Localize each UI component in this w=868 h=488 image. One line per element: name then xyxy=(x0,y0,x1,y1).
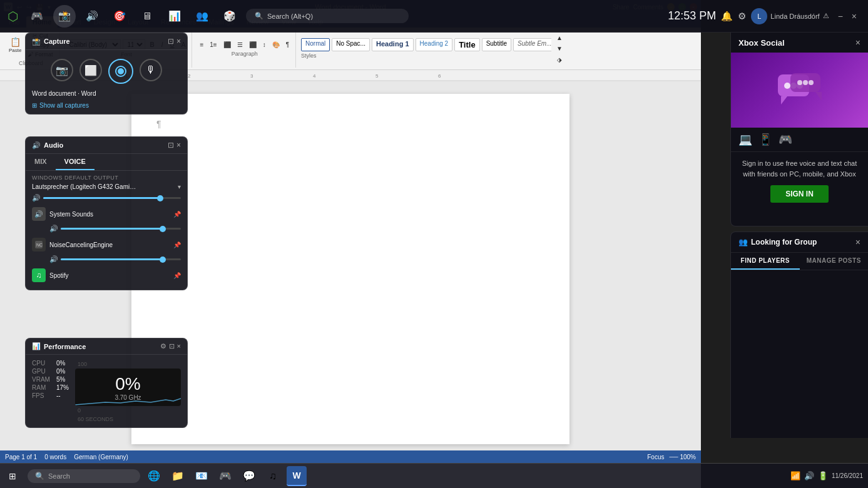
tray-battery-icon[interactable]: 🔋 xyxy=(818,471,828,480)
noise-cancel-slider[interactable] xyxy=(61,258,181,260)
taskbar-mail-icon[interactable]: 📧 xyxy=(191,466,212,486)
start-button[interactable]: ⊞ xyxy=(0,464,25,489)
lfg-header: 👥 Looking for Group × xyxy=(731,232,868,253)
sign-in-button[interactable]: SIGN IN xyxy=(770,185,829,203)
perf-settings-icon[interactable]: ⚙ xyxy=(160,342,166,350)
capture-expand-btn[interactable]: ⊡ xyxy=(168,37,174,46)
perf-close-btn[interactable]: × xyxy=(177,342,181,350)
ram-stat: RAM 17% xyxy=(32,384,69,391)
fps-value: -- xyxy=(56,392,61,399)
line-spacing-button[interactable]: ↕ xyxy=(260,40,268,49)
capture-header: 📸 Capture ⊡ × xyxy=(26,33,187,50)
numbering-button[interactable]: 1≡ xyxy=(207,40,219,49)
screenshot-button[interactable]: 📷 xyxy=(51,59,73,84)
gaming-icon[interactable]: 🎲 xyxy=(218,5,241,28)
device-volume-fill xyxy=(43,197,160,199)
vram-stat: VRAM 5% xyxy=(32,376,69,383)
record-button[interactable] xyxy=(108,59,133,84)
tab-mix[interactable]: MIX xyxy=(26,154,56,170)
tray-network-icon[interactable]: 📶 xyxy=(790,471,800,480)
mic-button[interactable]: 🎙 xyxy=(140,59,162,84)
show-all-captures-button[interactable]: ⊞ Show all captures xyxy=(32,99,181,109)
capture-source: Word document · Word xyxy=(32,88,181,99)
xbox-device-icon[interactable]: 🎮 xyxy=(779,133,792,146)
style-subtle-em[interactable]: Subtle Em... xyxy=(513,38,551,51)
paste-button[interactable]: 📋Paste xyxy=(6,36,24,54)
style-no-spacing[interactable]: No Spac... xyxy=(332,38,370,51)
tab-find-players[interactable]: FIND PLAYERS xyxy=(731,253,800,270)
capture-close-btn[interactable]: × xyxy=(176,37,181,46)
style-normal[interactable]: Normal xyxy=(301,38,330,51)
stats-icon[interactable]: 📊 xyxy=(163,5,186,28)
perf-header-btns: ⚙ ⊡ × xyxy=(160,342,181,350)
align-left-button[interactable]: ⬛ xyxy=(221,40,233,49)
tab-voice[interactable]: VOICE xyxy=(56,154,94,170)
zoom-slider[interactable]: ── 100% xyxy=(669,454,696,460)
proofing-language[interactable]: German (Germany) xyxy=(74,454,128,460)
mobile-device-icon[interactable]: 📱 xyxy=(758,133,772,146)
overlay-icon[interactable]: 🎯 xyxy=(108,5,131,28)
style-subtitle[interactable]: Subtitle xyxy=(482,38,511,51)
capture-icon[interactable]: 📸 xyxy=(53,5,76,28)
taskbar-browser-icon[interactable]: 🌐 xyxy=(144,466,164,486)
styles-scroll-down[interactable]: ▼ xyxy=(554,44,565,53)
taskbar-word-icon[interactable]: W xyxy=(287,466,307,486)
style-title[interactable]: Title xyxy=(454,38,480,51)
capture-body: 📷 ⬜ 🎙 Word document · Word ⊞ Show all ca… xyxy=(26,50,187,114)
shading-button[interactable]: 🎨 xyxy=(270,40,282,49)
cpu-value: 0% xyxy=(56,360,65,367)
screen-icon[interactable]: 🖥 xyxy=(136,5,158,28)
social-close-btn[interactable]: × xyxy=(855,38,860,48)
desktop-device-icon[interactable]: 💻 xyxy=(738,133,752,146)
xbox-icon[interactable]: 🎮 xyxy=(26,5,48,28)
audio-close-btn[interactable]: × xyxy=(176,141,181,150)
svg-text:3: 3 xyxy=(250,73,253,79)
settings-icon[interactable]: ⚙ xyxy=(738,11,746,22)
paragraph-mark: ¶ xyxy=(156,119,161,129)
perf-stats-list: CPU 0% GPU 0% VRAM 5% RAM 17% FPS -- xyxy=(32,360,69,422)
taskbar-discord-icon[interactable]: 💬 xyxy=(239,466,259,486)
tray-volume-icon[interactable]: 🔊 xyxy=(804,471,814,480)
system-sounds-pin-icon[interactable]: 📌 xyxy=(173,211,181,218)
word-statusbar: Page 1 of 1 0 words German (Germany) Foc… xyxy=(0,450,701,463)
svg-text:NC: NC xyxy=(36,243,43,247)
friends-icon[interactable]: 👥 xyxy=(191,5,213,28)
lfg-close-btn[interactable]: × xyxy=(855,237,860,247)
notification-icon[interactable]: 🔔 xyxy=(721,11,733,22)
style-heading2[interactable]: Heading 2 xyxy=(416,38,453,51)
tab-manage-posts[interactable]: MANAGE POSTS xyxy=(800,253,869,270)
focus-mode[interactable]: Focus xyxy=(647,454,664,460)
styles-label: Styles xyxy=(301,53,551,59)
styles-expand[interactable]: ⬗ xyxy=(554,55,565,64)
spotify-pin-icon[interactable]: 📌 xyxy=(173,272,181,279)
align-center-button[interactable]: ☰ xyxy=(235,40,245,49)
svg-text:2: 2 xyxy=(188,73,191,79)
audio-expand-btn[interactable]: ⊡ xyxy=(168,141,174,150)
mic-icon: 🎙 xyxy=(140,59,162,81)
styles-scroll-up[interactable]: ▲ xyxy=(554,33,565,43)
lfg-icon: 👥 xyxy=(738,238,748,247)
taskbar-spotify-icon[interactable]: ♫ xyxy=(263,466,283,486)
noise-cancel-pin-icon[interactable]: 📌 xyxy=(173,241,181,248)
xbox-user[interactable]: L Linda Dráusdórf ⚠ xyxy=(751,8,829,24)
perf-expand-btn[interactable]: ⊡ xyxy=(169,342,175,350)
taskbar-xbox-icon[interactable]: 🎮 xyxy=(215,466,235,486)
system-sounds-slider[interactable] xyxy=(61,228,181,230)
align-right-button[interactable]: ⬛ xyxy=(247,40,259,49)
document-page[interactable]: ¶ xyxy=(131,94,569,444)
username-label: Linda Dráusdórf xyxy=(770,13,819,20)
taskbar-explorer-icon[interactable]: 📁 xyxy=(168,466,188,486)
xbox-search-bar[interactable]: 🔍 Search (Alt+Q) xyxy=(246,9,409,23)
device-volume-slider[interactable] xyxy=(43,197,181,199)
record-start-button[interactable]: ⬜ xyxy=(79,59,102,84)
device-chevron-icon[interactable]: ▾ xyxy=(178,183,181,190)
gamebar-close-btn[interactable]: × xyxy=(848,9,860,24)
warning-icon: ⚠ xyxy=(823,12,829,20)
paragraph-mark-button[interactable]: ¶ xyxy=(283,40,292,49)
audio-icon[interactable]: 🔊 xyxy=(81,5,103,28)
taskbar-search[interactable]: 🔍 Search xyxy=(28,469,140,483)
gamebar-minimize-btn[interactable]: − xyxy=(834,9,847,24)
style-heading1[interactable]: Heading 1 xyxy=(372,38,414,51)
bullets-button[interactable]: ≡ xyxy=(197,40,206,49)
perf-body: CPU 0% GPU 0% VRAM 5% RAM 17% FPS -- 100 xyxy=(26,355,187,427)
